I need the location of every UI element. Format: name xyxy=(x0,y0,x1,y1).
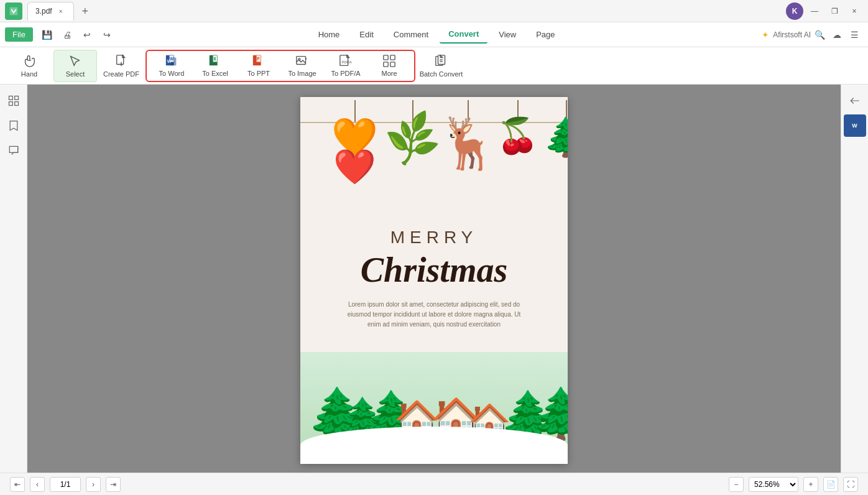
left-sidebar xyxy=(0,85,27,473)
quick-toolbar: 💾 🖨 ↩ ↪ xyxy=(38,25,116,44)
status-bar: ⇤ ‹ › ⇥ − 52.56% 25% 50% 75% 100% 125% 1… xyxy=(0,473,868,495)
tab-area: 3.pdf × + xyxy=(27,2,786,21)
svg-text:W: W xyxy=(170,57,174,61)
berries-ornament: 🍒 xyxy=(496,100,539,153)
svg-text:X: X xyxy=(213,57,216,61)
to-image-button[interactable]: To Image xyxy=(281,52,323,80)
redo-icon[interactable]: ↪ xyxy=(98,25,116,44)
tab-home[interactable]: Home xyxy=(310,26,349,43)
zoom-in-button[interactable]: + xyxy=(803,477,818,492)
to-ppt-icon: P xyxy=(252,54,265,68)
to-pdfa-icon: PDF/A xyxy=(339,54,353,68)
pdf-tab[interactable]: 3.pdf × xyxy=(27,2,74,21)
search-button[interactable]: 🔍 xyxy=(811,26,828,44)
to-ppt-label: To PPT xyxy=(247,70,270,77)
pine-branch: 🌿 xyxy=(387,100,438,159)
select-label: Select xyxy=(66,70,85,78)
app-logo xyxy=(5,2,22,20)
svg-rect-26 xyxy=(9,96,12,100)
zoom-out-button[interactable]: − xyxy=(729,477,744,492)
to-word-button[interactable]: W W To Word xyxy=(150,52,193,80)
right-panel: W xyxy=(841,85,868,473)
thumbnail-icon[interactable] xyxy=(2,90,25,112)
minimize-button[interactable]: — xyxy=(806,2,823,20)
to-word-icon: W W xyxy=(165,54,178,68)
svg-text:P: P xyxy=(257,57,260,61)
to-word-label: To Word xyxy=(159,70,185,77)
to-image-label: To Image xyxy=(288,70,316,77)
batch-convert-button[interactable]: Batch Convert xyxy=(418,50,464,82)
to-excel-label: To Excel xyxy=(202,70,228,77)
hand-icon xyxy=(22,54,36,68)
christmas-text: Christmas xyxy=(361,250,508,290)
select-tool-button[interactable]: Select xyxy=(53,50,97,82)
more-convert-button[interactable]: More xyxy=(368,52,410,80)
settings-button[interactable]: ☰ xyxy=(846,26,863,44)
svg-rect-18 xyxy=(384,55,388,60)
page-decoration-top: 🧡 ❤️ 🌿 🦌 🍒 xyxy=(300,97,568,221)
to-ppt-button[interactable]: P To PPT xyxy=(238,52,280,80)
first-page-button[interactable]: ⇤ xyxy=(10,477,25,492)
svg-rect-19 xyxy=(390,55,395,60)
to-excel-button[interactable]: X To Excel xyxy=(194,52,236,80)
title-bar: 3.pdf × + K — ❐ × xyxy=(0,0,868,22)
tab-edit[interactable]: Edit xyxy=(351,26,382,43)
heart-ornament: 🧡 ❤️ xyxy=(331,100,378,184)
convert-group: W W To Word X To Excel P To PPT xyxy=(145,50,415,82)
tab-filename: 3.pdf xyxy=(35,7,52,16)
ai-star-icon: ✦ xyxy=(762,30,769,40)
panel-expand-icon[interactable] xyxy=(844,90,866,112)
pdf-page: 🧡 ❤️ 🌿 🦌 🍒 xyxy=(300,97,568,464)
maximize-button[interactable]: ❐ xyxy=(826,2,843,20)
toolbar-row: Hand Select Create PDF W W To Word xyxy=(0,47,868,85)
merry-text: MERRY xyxy=(390,228,478,247)
to-pdfa-label: To PDF/A xyxy=(331,70,360,77)
comment-sidebar-icon[interactable] xyxy=(2,139,25,162)
svg-rect-27 xyxy=(14,96,18,100)
to-image-icon xyxy=(295,54,309,68)
to-excel-icon: X xyxy=(208,54,222,68)
fullscreen-button[interactable]: ⛶ xyxy=(843,477,858,492)
word-badge[interactable]: W xyxy=(844,114,866,137)
more-label: More xyxy=(381,70,397,77)
hand-tool-button[interactable]: Hand xyxy=(7,50,51,82)
more-icon xyxy=(382,54,396,68)
svg-rect-20 xyxy=(384,62,388,67)
save-icon[interactable]: 💾 xyxy=(38,25,57,44)
page-view-button[interactable]: 📄 xyxy=(823,477,838,492)
create-pdf-icon xyxy=(114,54,128,68)
tab-view[interactable]: View xyxy=(490,26,525,43)
next-page-button[interactable]: › xyxy=(86,477,101,492)
print-icon[interactable]: 🖨 xyxy=(58,25,76,44)
page-middle-content: MERRY Christmas Lorem ipsum dolor sit am… xyxy=(300,221,568,352)
bookmark-icon[interactable] xyxy=(2,114,25,137)
menu-bar: File 💾 🖨 ↩ ↪ Home Edit Comment Convert V… xyxy=(0,22,868,47)
user-avatar[interactable]: K xyxy=(786,2,803,20)
tab-close-button[interactable]: × xyxy=(56,6,66,16)
tab-comment[interactable]: Comment xyxy=(385,26,437,43)
create-pdf-button[interactable]: Create PDF xyxy=(99,50,143,82)
hand-label: Hand xyxy=(21,70,37,78)
ai-label: Afirstsoft AI xyxy=(773,30,811,39)
last-page-button[interactable]: ⇥ xyxy=(106,477,121,492)
ai-section: ✦ Afirstsoft AI xyxy=(762,30,811,40)
pdf-viewer: 🧡 ❤️ 🌿 🦌 🍒 xyxy=(27,85,841,473)
page-number-input[interactable] xyxy=(50,477,81,492)
tab-page[interactable]: Page xyxy=(527,26,563,43)
file-menu-button[interactable]: File xyxy=(5,27,33,42)
new-tab-button[interactable]: + xyxy=(76,3,94,21)
menu-tabs: Home Edit Comment Convert View Page xyxy=(116,25,757,44)
close-window-button[interactable]: × xyxy=(846,2,863,20)
svg-rect-21 xyxy=(390,62,395,67)
prev-page-button[interactable]: ‹ xyxy=(30,477,45,492)
cloud-button[interactable]: ☁ xyxy=(828,26,846,44)
batch-label: Batch Convert xyxy=(420,70,463,78)
tab-convert[interactable]: Convert xyxy=(440,25,487,44)
page-bottom-scene: 🌲 🌲 🌲 🏠 🏠 🏠 🌲 🌲 xyxy=(300,352,568,464)
reindeer-ornament: 🦌 xyxy=(437,100,499,169)
svg-rect-28 xyxy=(9,102,12,106)
create-pdf-label: Create PDF xyxy=(103,70,139,78)
zoom-select[interactable]: 52.56% 25% 50% 75% 100% 125% 150% xyxy=(749,477,798,492)
undo-icon[interactable]: ↩ xyxy=(78,25,96,44)
to-pdfa-button[interactable]: PDF/A To PDF/A xyxy=(325,52,367,80)
